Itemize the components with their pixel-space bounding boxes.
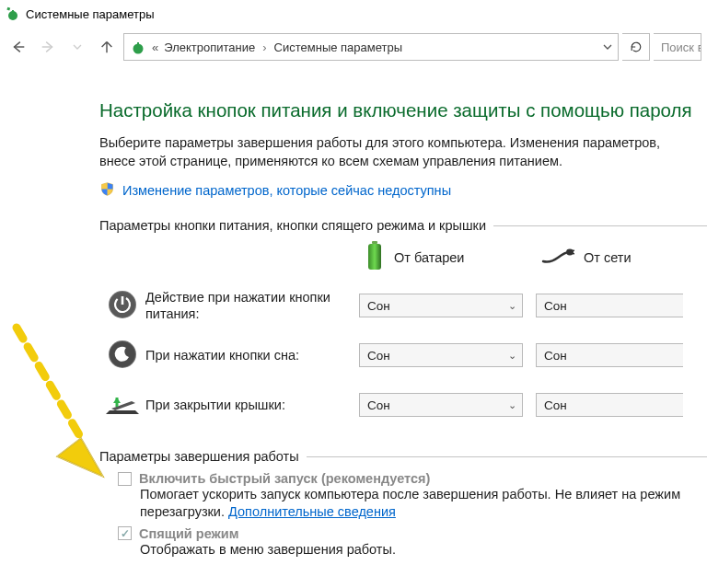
learn-more-link[interactable]: Дополнительные сведения <box>228 504 396 519</box>
setting-label: Действие при нажатии кнопки питания: <box>145 289 359 322</box>
chevron-right-icon: › <box>262 40 266 54</box>
battery-icon <box>365 240 385 274</box>
up-button[interactable] <box>94 34 120 60</box>
address-bar[interactable]: « Электропитание › Системные параметры <box>123 33 619 61</box>
option-description: Помогает ускорить запуск компьютера посл… <box>140 486 701 521</box>
sleep-mode-checkbox[interactable]: ✓ <box>118 526 132 540</box>
chevron-down-icon: ⌄ <box>508 350 516 362</box>
change-unavailable-settings-link[interactable]: Изменение параметров, которые сейчас нед… <box>122 183 451 198</box>
lid-close-plugged-select[interactable]: Сон <box>536 393 683 417</box>
power-button-battery-select[interactable]: Сон ⌄ <box>359 294 523 317</box>
setting-row-lid-close: При закрытии крышки: Сон ⌄ Сон <box>99 383 707 427</box>
content-pane: Настройка кнопок питания и включение защ… <box>0 64 707 564</box>
window-title: Системные параметры <box>26 7 154 21</box>
svg-rect-6 <box>137 42 139 46</box>
app-icon <box>6 6 20 21</box>
setting-row-sleep-button: При нажатии кнопки сна: Сон ⌄ Сон <box>99 333 707 377</box>
back-button[interactable] <box>6 34 31 60</box>
setting-row-power-button: Действие при нажатии кнопки питания: Сон… <box>99 283 707 328</box>
svg-point-9 <box>566 249 574 256</box>
shutdown-settings-group: Параметры завершения работы Включить быс… <box>99 449 707 564</box>
svg-line-11 <box>573 254 574 255</box>
chevron-down-icon: ⌄ <box>508 399 516 411</box>
option-title: Включить быстрый запуск (рекомендуется) <box>139 471 430 486</box>
column-header-battery: От батареи <box>365 240 541 274</box>
sleep-button-plugged-select[interactable]: Сон <box>536 343 683 367</box>
svg-rect-1 <box>12 10 14 14</box>
forward-button[interactable] <box>35 34 61 60</box>
intro-text: Выберите параметры завершения работы для… <box>99 134 698 170</box>
refresh-button[interactable] <box>622 33 650 61</box>
option-title: Спящий режим <box>139 526 238 541</box>
title-bar: Системные параметры <box>0 0 707 28</box>
recent-dropdown-button[interactable] <box>64 34 90 60</box>
breadcrumb-item[interactable]: Электропитание <box>164 40 255 54</box>
lid-close-battery-select[interactable]: Сон ⌄ <box>359 393 523 417</box>
svg-rect-8 <box>368 244 381 270</box>
laptop-lid-icon <box>104 390 141 421</box>
guillemet-icon: « <box>152 40 158 54</box>
group-legend: Параметры завершения работы <box>99 449 707 464</box>
setting-label: При закрытии крышки: <box>145 397 359 413</box>
address-dropdown-button[interactable] <box>603 40 612 54</box>
breadcrumb-item[interactable]: Системные параметры <box>274 40 402 54</box>
svg-rect-2 <box>6 7 10 11</box>
setting-label: При нажатии кнопки сна: <box>145 347 359 363</box>
page-title: Настройка кнопок питания и включение защ… <box>99 99 707 121</box>
power-button-plugged-select[interactable]: Сон <box>536 294 683 317</box>
power-button-settings-group: Параметры кнопки питания, кнопки спящего… <box>99 218 707 432</box>
sleep-button-icon <box>107 339 138 373</box>
power-plug-icon <box>541 247 574 268</box>
option-description: Отображать в меню завершения работы. <box>140 541 701 559</box>
chevron-down-icon: ⌄ <box>508 300 516 312</box>
navigation-bar: « Электропитание › Системные параметры П… <box>0 28 707 64</box>
option-sleep-mode: ✓ Спящий режим Отображать в меню заверше… <box>118 526 707 559</box>
sleep-button-battery-select[interactable]: Сон ⌄ <box>359 343 523 367</box>
group-legend: Параметры кнопки питания, кнопки спящего… <box>99 218 707 233</box>
svg-rect-7 <box>372 241 377 244</box>
power-button-icon <box>107 289 138 323</box>
svg-line-10 <box>573 250 574 251</box>
address-icon <box>130 39 146 55</box>
option-fast-startup: Включить быстрый запуск (рекомендуется) … <box>118 471 707 521</box>
fast-startup-checkbox[interactable] <box>118 472 132 486</box>
column-header-plugged: От сети <box>541 247 707 268</box>
shield-icon <box>99 181 115 200</box>
search-input[interactable]: Поиск в <box>654 33 701 61</box>
